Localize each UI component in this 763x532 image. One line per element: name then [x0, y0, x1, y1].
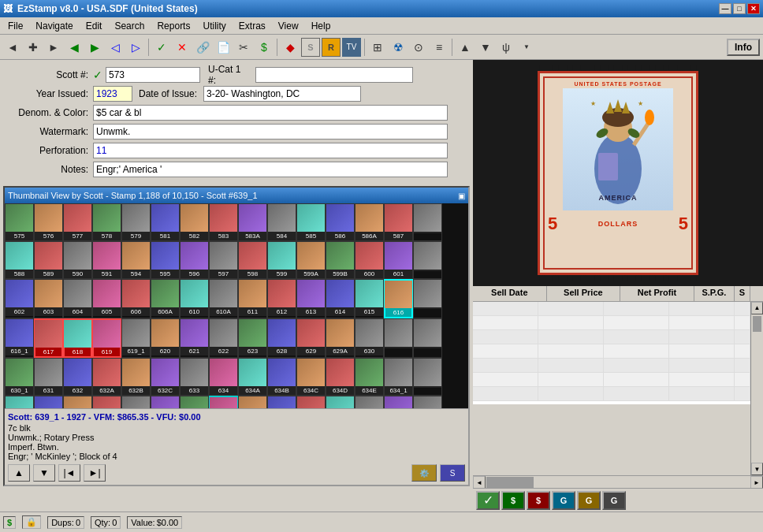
thumb-578[interactable]: 578 [92, 203, 121, 241]
thumb-598[interactable]: 598 [238, 241, 267, 279]
menu-reports[interactable]: Reports [151, 19, 196, 33]
thumb-617[interactable]: 617 [34, 318, 63, 358]
thumb-629a[interactable]: 629A [326, 318, 355, 358]
thumb-action-2[interactable]: S [440, 464, 465, 482]
thumb-634a[interactable]: 634A [238, 358, 267, 396]
thumb-619[interactable]: 619 [92, 318, 121, 358]
menu-view[interactable]: View [272, 19, 305, 33]
thumb-586a[interactable]: 586A [355, 203, 384, 241]
thumb-nav-first[interactable]: |◄ [58, 464, 80, 482]
thumb-644[interactable]: 644 [384, 396, 413, 408]
thumb-nav-down[interactable]: ▼ [33, 464, 55, 482]
thumb-575[interactable]: 575 [5, 203, 34, 241]
thumb-630-1[interactable]: 630_1 [5, 358, 34, 396]
toolbar-circle[interactable]: ⊙ [409, 38, 428, 57]
thumb-589[interactable]: 589 [34, 241, 63, 279]
thumb-613[interactable]: 613 [296, 279, 326, 318]
thumb-596[interactable]: 596 [180, 241, 209, 279]
thumb-582[interactable]: 582 [180, 203, 209, 241]
thumb-r4-14[interactable] [384, 318, 413, 358]
thumb-611[interactable]: 611 [238, 279, 267, 318]
hscroll-left[interactable]: ◄ [473, 476, 486, 489]
thumb-nav-up[interactable]: ▲ [8, 464, 30, 482]
thumb-600[interactable]: 600 [355, 241, 384, 279]
action-g2[interactable]: G [577, 491, 601, 510]
thumb-635a[interactable]: 635A [34, 396, 63, 408]
toolbar-prev2[interactable]: ◁ [106, 38, 125, 57]
action-check[interactable]: ✓ [476, 491, 500, 510]
maximize-button[interactable]: □ [733, 3, 746, 14]
thumb-606a[interactable]: 606A [151, 279, 180, 318]
hscroll-track[interactable] [486, 476, 750, 488]
thumb-602[interactable]: 602 [5, 279, 34, 318]
toolbar-prev[interactable]: ◀ [65, 38, 84, 57]
thumb-r4-15[interactable] [413, 318, 442, 358]
info-button[interactable]: Info [727, 39, 760, 56]
thumb-641-1[interactable]: 641_1 [296, 396, 326, 408]
thumb-612[interactable]: 612 [267, 279, 296, 318]
thumb-597[interactable]: 597 [209, 241, 238, 279]
action-price[interactable]: $ [527, 491, 550, 510]
thumb-623[interactable]: 623 [238, 318, 267, 358]
thumb-nav-last[interactable]: ►| [84, 464, 106, 482]
watermark-input[interactable] [93, 124, 448, 140]
toolbar-link[interactable]: 🔗 [193, 38, 212, 57]
hscroll-right[interactable]: ► [750, 476, 763, 489]
thumb-606[interactable]: 606 [121, 279, 151, 318]
toolbar-psi-arrow[interactable]: ▼ [517, 38, 536, 57]
thumb-632a[interactable]: 632A [92, 358, 121, 396]
thumb-621[interactable]: 621 [180, 318, 209, 358]
thumb-604[interactable]: 604 [63, 279, 92, 318]
toolbar-dollar[interactable]: $ [255, 38, 274, 57]
action-g3[interactable]: G [602, 491, 626, 510]
toolbar-x[interactable]: ✕ [173, 38, 192, 57]
thumb-action-1[interactable]: ⚙️ [411, 464, 437, 482]
toolbar-forward[interactable]: ► [44, 38, 63, 57]
thumb-583a[interactable]: 583A [238, 203, 267, 241]
thumb-610[interactable]: 610 [180, 279, 209, 318]
thumb-641[interactable]: 641 [267, 396, 296, 408]
scroll-thumb[interactable] [753, 316, 761, 332]
date-input[interactable] [203, 86, 361, 102]
minimize-button[interactable]: — [719, 3, 731, 14]
menu-edit[interactable]: Edit [80, 19, 109, 33]
perf-input[interactable] [93, 143, 448, 158]
thumb-630[interactable]: 630 [355, 318, 384, 358]
thumb-601[interactable]: 601 [384, 241, 413, 279]
thumb-629[interactable]: 629 [296, 318, 326, 358]
thumb-587[interactable]: 587 [384, 203, 413, 241]
toolbar-copy[interactable]: 📄 [214, 38, 233, 57]
thumb-634d[interactable]: 634D [326, 358, 355, 396]
thumb-581[interactable]: 581 [151, 203, 180, 241]
thumbnail-close-button[interactable]: ▣ [458, 192, 465, 200]
toolbar-up[interactable]: ▲ [456, 38, 475, 57]
thumb-634b[interactable]: 634B [267, 358, 296, 396]
toolbar-cut[interactable]: ✂ [234, 38, 253, 57]
scroll-track[interactable] [751, 314, 763, 463]
thumb-599a[interactable]: 599A [296, 241, 326, 279]
thumb-599[interactable]: 599 [267, 241, 296, 279]
thumb-642[interactable]: 642 [326, 396, 355, 408]
thumb-618[interactable]: 618 [63, 318, 92, 358]
toolbar-grid[interactable]: ⊞ [368, 38, 387, 57]
scroll-down-arrow[interactable]: ▼ [751, 463, 763, 475]
thumb-628[interactable]: 628 [267, 318, 296, 358]
thumb-586[interactable]: 586 [326, 203, 355, 241]
thumb-635[interactable]: 635 [5, 396, 34, 408]
thumb-614[interactable]: 614 [326, 279, 355, 318]
thumb-610a[interactable]: 610A [209, 279, 238, 318]
thumb-619-1[interactable]: 619_1 [121, 318, 151, 358]
thumb-640[interactable]: 640 [238, 396, 267, 408]
menu-navigate[interactable]: Navigate [29, 19, 79, 33]
thumb-639[interactable]: 639 [151, 396, 180, 408]
thumb-634e[interactable]: 634E [355, 358, 384, 396]
thumb-r5-15[interactable] [413, 358, 442, 396]
thumb-632[interactable]: 632 [63, 358, 92, 396]
toolbar-back[interactable]: ◄ [3, 38, 22, 57]
thumb-634-1[interactable]: 634_1 [384, 358, 413, 396]
thumb-631[interactable]: 631 [34, 358, 63, 396]
thumb-616-1[interactable]: 616_1 [5, 318, 34, 358]
toolbar-r[interactable]: R [322, 38, 341, 57]
thumb-622[interactable]: 622 [209, 318, 238, 358]
thumb-584[interactable]: 584 [267, 203, 296, 241]
